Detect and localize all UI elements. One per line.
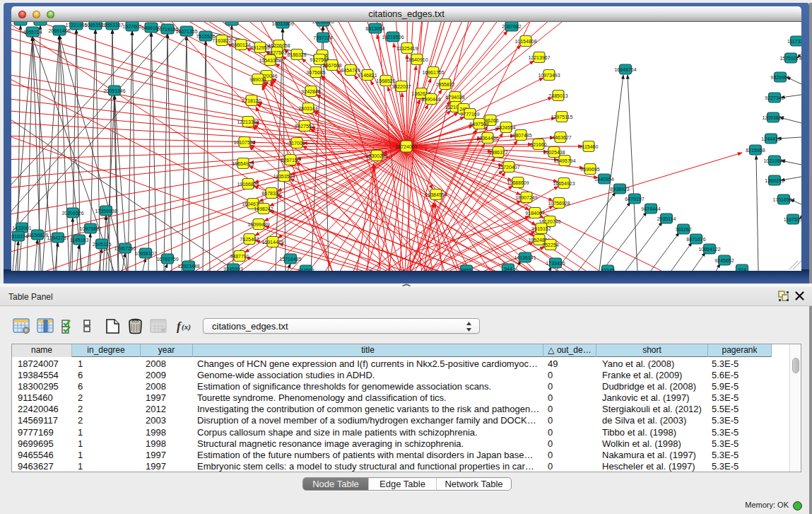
svg-text:9245652: 9245652 <box>714 258 734 263</box>
svg-text:8267150: 8267150 <box>281 158 300 163</box>
svg-text:18300295: 18300295 <box>365 153 387 158</box>
svg-text:1369291: 1369291 <box>765 178 784 183</box>
svg-text:8215958: 8215958 <box>746 148 765 153</box>
svg-text:2087682: 2087682 <box>502 24 521 29</box>
svg-text:1244415: 1244415 <box>761 136 780 141</box>
svg-text:19654925: 19654925 <box>232 161 254 166</box>
svg-text:8678332: 8678332 <box>261 191 281 196</box>
svg-text:16782759: 16782759 <box>156 257 178 262</box>
svg-text:11156829: 11156829 <box>27 233 48 238</box>
svg-text:12093822: 12093822 <box>762 115 784 120</box>
svg-text:16671355: 16671355 <box>175 29 197 34</box>
svg-text:2718120: 2718120 <box>242 98 261 103</box>
svg-text:(x): (x) <box>182 322 191 332</box>
svg-text:11325419: 11325419 <box>396 46 418 51</box>
svg-text:12213967: 12213967 <box>528 55 550 60</box>
svg-text:1527602: 1527602 <box>122 24 141 29</box>
svg-text:10975887: 10975887 <box>79 226 101 231</box>
svg-text:10688609: 10688609 <box>507 180 529 185</box>
svg-text:20206526: 20206526 <box>61 211 83 216</box>
svg-text:10107552: 10107552 <box>233 140 255 145</box>
svg-text:14136141: 14136141 <box>514 255 536 260</box>
svg-text:19166825: 19166825 <box>237 182 259 187</box>
svg-text:1498242: 1498242 <box>254 206 273 211</box>
svg-text:19495794: 19495794 <box>553 158 575 163</box>
svg-text:7986372: 7986372 <box>488 150 507 155</box>
svg-text:4055724: 4055724 <box>23 30 42 35</box>
svg-text:18907249: 18907249 <box>515 195 537 200</box>
svg-text:9227342: 9227342 <box>765 95 784 100</box>
svg-text:9242848: 9242848 <box>301 89 320 94</box>
svg-text:15716485: 15716485 <box>279 257 301 262</box>
svg-text:7625402: 7625402 <box>240 237 259 242</box>
svg-text:1440954: 1440954 <box>594 177 613 182</box>
svg-text:2935114: 2935114 <box>657 216 676 221</box>
svg-text:15720407: 15720407 <box>498 165 519 170</box>
svg-text:18640910: 18640910 <box>406 57 428 62</box>
svg-text:7163822: 7163822 <box>212 38 231 43</box>
svg-text:763262: 763262 <box>675 227 691 232</box>
svg-text:9487791: 9487791 <box>230 254 249 259</box>
svg-text:1615152: 1615152 <box>531 226 551 231</box>
svg-text:944562: 944562 <box>298 268 314 271</box>
svg-text:6794028: 6794028 <box>445 95 464 100</box>
svg-text:16648764: 16648764 <box>614 67 636 72</box>
svg-text:16654923: 16654923 <box>553 181 575 186</box>
svg-text:12975115: 12975115 <box>551 115 573 119</box>
svg-text:9777169: 9777169 <box>460 112 479 117</box>
svg-text:3675685: 3675685 <box>306 70 325 75</box>
svg-text:1733426: 1733426 <box>546 261 565 266</box>
svg-text:621660: 621660 <box>530 142 546 147</box>
svg-text:9245993: 9245993 <box>223 267 242 271</box>
svg-text:10543362: 10543362 <box>259 58 281 63</box>
svg-text:8186328: 8186328 <box>287 52 306 57</box>
svg-text:9329966: 9329966 <box>770 75 789 80</box>
svg-text:8454749: 8454749 <box>341 68 360 73</box>
svg-text:10553287: 10553287 <box>101 23 123 28</box>
svg-text:10807485: 10807485 <box>510 133 531 138</box>
svg-text:10210643: 10210643 <box>763 158 785 163</box>
svg-text:16914479: 16914479 <box>261 240 283 245</box>
svg-text:8471676: 8471676 <box>686 237 705 242</box>
svg-text:9184067: 9184067 <box>525 211 544 216</box>
svg-text:9146821: 9146821 <box>358 73 377 78</box>
svg-text:7515526: 7515526 <box>196 34 215 39</box>
svg-text:20364436: 20364436 <box>476 136 498 141</box>
svg-text:17359938: 17359938 <box>95 209 117 214</box>
svg-text:19218506: 19218506 <box>382 35 404 40</box>
svg-text:8813054: 8813054 <box>365 26 384 31</box>
svg-text:11353594: 11353594 <box>273 174 295 179</box>
svg-text:12923448: 12923448 <box>177 264 199 269</box>
svg-text:1117334: 1117334 <box>787 39 801 44</box>
svg-text:9474444: 9474444 <box>641 206 660 211</box>
svg-text:15751074: 15751074 <box>779 56 801 61</box>
svg-text:17957255: 17957255 <box>114 246 136 251</box>
svg-text:10025438: 10025438 <box>543 150 565 155</box>
svg-text:20053346: 20053346 <box>103 88 125 93</box>
svg-text:10154808: 10154808 <box>514 39 536 44</box>
svg-text:19384554: 19384554 <box>425 192 447 197</box>
svg-text:19218505: 19218505 <box>312 22 334 24</box>
svg-text:12213369: 12213369 <box>237 119 259 124</box>
svg-text:1433001: 1433001 <box>12 226 31 230</box>
svg-text:3919374: 3919374 <box>11 234 28 239</box>
svg-text:3822037: 3822037 <box>392 84 411 89</box>
svg-text:317006: 317006 <box>288 141 305 146</box>
svg-text:8912955: 8912955 <box>250 45 269 50</box>
svg-text:10756928: 10756928 <box>548 201 570 206</box>
svg-text:8938923: 8938923 <box>610 187 629 192</box>
svg-text:252254: 252254 <box>542 243 558 247</box>
svg-text:2367608: 2367608 <box>322 63 341 68</box>
svg-text:8660124: 8660124 <box>231 42 250 47</box>
svg-text:20691406: 20691406 <box>48 28 70 33</box>
svg-text:10958107: 10958107 <box>134 251 156 256</box>
svg-text:1145193: 1145193 <box>70 238 89 243</box>
svg-text:3824554: 3824554 <box>496 125 515 130</box>
svg-text:7357224: 7357224 <box>313 35 332 40</box>
svg-text:16099489: 16099489 <box>247 222 269 227</box>
svg-text:1167533: 1167533 <box>784 217 801 222</box>
svg-text:52245: 52245 <box>601 268 615 271</box>
svg-text:7485013: 7485013 <box>548 93 567 98</box>
svg-text:9699695: 9699695 <box>580 167 599 172</box>
svg-text:9827503: 9827503 <box>267 50 286 55</box>
